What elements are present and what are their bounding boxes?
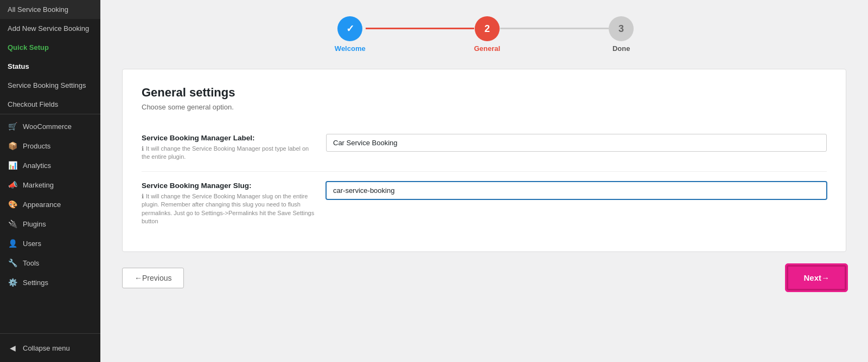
sidebar-label-tools: Tools	[23, 259, 39, 267]
sidebar-link-service-booking-settings[interactable]: Service Booking Settings	[0, 76, 100, 95]
users-icon: 👤	[8, 238, 17, 248]
sidebar-item-products[interactable]: 📦Products	[0, 136, 100, 156]
sidebar-link-checkout-fields[interactable]: Checkout Fields	[0, 95, 100, 114]
sidebar-label-plugins: Plugins	[23, 220, 46, 228]
sidebar-item-marketing[interactable]: 📣Marketing	[0, 175, 100, 195]
woocommerce-icon: 🛒	[8, 121, 17, 131]
marketing-icon: 📣	[8, 180, 17, 190]
step-label-welcome: Welcome	[335, 44, 366, 53]
sidebar-label-settings: Settings	[23, 279, 48, 287]
form-row-slug-field: Service Booking Manager Slug:ℹIt will ch…	[142, 171, 827, 236]
sidebar-link-quick-setup[interactable]: Quick Setup	[0, 38, 100, 57]
info-icon-label-field: ℹ	[142, 145, 144, 152]
sidebar-item-plugins[interactable]: 🔌Plugins	[0, 214, 100, 234]
sidebar-label-analytics: Analytics	[23, 161, 51, 170]
step-line-1	[500, 28, 609, 29]
step-label-general: General	[474, 44, 500, 53]
sidebar-label-products: Products	[23, 142, 50, 150]
collapse-icon: ◀	[8, 343, 17, 353]
sidebar-bottom: ◀ Collapse menu	[0, 333, 100, 362]
form-input-col-slug-field	[326, 182, 827, 199]
form-label-slug-field: Service Booking Manager Slug:	[142, 182, 315, 190]
form-input-col-label-field	[326, 134, 827, 152]
form-hint-label-field: ℹIt will change the Service Booking Mana…	[142, 145, 315, 161]
form-label-col-slug-field: Service Booking Manager Slug:ℹIt will ch…	[142, 182, 326, 226]
sidebar-label-users: Users	[23, 240, 41, 248]
step-line-0	[366, 28, 474, 29]
products-icon: 📦	[8, 141, 17, 151]
sidebar-label-appearance: Appearance	[23, 201, 61, 209]
step-circle-welcome: ✓	[337, 16, 362, 41]
input-label-field[interactable]	[326, 134, 827, 152]
sidebar-main-section: 🛒WooCommerce📦Products📊Analytics📣Marketin…	[0, 114, 100, 294]
tools-icon: 🔧	[8, 258, 17, 268]
step-done: 3Done	[609, 16, 634, 53]
step-label-done: Done	[612, 44, 630, 53]
step-circle-general: 2	[475, 16, 500, 41]
sidebar-item-analytics[interactable]: 📊Analytics	[0, 156, 100, 175]
sidebar-label-marketing: Marketing	[23, 181, 54, 189]
step-general: 2General	[474, 16, 500, 53]
sidebar-item-users[interactable]: 👤Users	[0, 234, 100, 253]
form-row-label-field: Service Booking Manager Label:ℹIt will c…	[142, 124, 827, 171]
general-settings-card: General settings Choose some general opt…	[122, 69, 846, 252]
sidebar: All Service BookingAdd New Service Booki…	[0, 0, 100, 362]
sidebar-item-appearance[interactable]: 🎨Appearance	[0, 195, 100, 214]
step-circle-done: 3	[609, 16, 634, 41]
sidebar-link-add-new-service-booking[interactable]: Add New Service Booking	[0, 19, 100, 38]
info-icon-slug-field: ℹ	[142, 193, 144, 199]
form-label-label-field: Service Booking Manager Label:	[142, 134, 315, 142]
form-hint-slug-field: ℹIt will change the Service Booking Mana…	[142, 192, 315, 226]
settings-icon: ⚙️	[8, 277, 17, 287]
card-subtitle: Choose some general option.	[142, 103, 827, 111]
previous-button[interactable]: ←Previous	[122, 268, 184, 288]
form-label-col-label-field: Service Booking Manager Label:ℹIt will c…	[142, 134, 326, 161]
sidebar-label-woocommerce: WooCommerce	[23, 122, 72, 131]
collapse-menu-label: Collapse menu	[23, 344, 70, 352]
sidebar-item-woocommerce[interactable]: 🛒WooCommerce	[0, 117, 100, 136]
sidebar-item-tools[interactable]: 🔧Tools	[0, 253, 100, 273]
sidebar-item-settings[interactable]: ⚙️Settings	[0, 273, 100, 292]
input-slug-field[interactable]	[326, 182, 827, 199]
sidebar-link-all-service-booking[interactable]: All Service Booking	[0, 0, 100, 19]
appearance-icon: 🎨	[8, 199, 17, 209]
step-welcome: ✓Welcome	[335, 16, 366, 53]
stepper: ✓Welcome2General3Done	[122, 16, 846, 53]
nav-buttons: ←Previous Next→	[122, 265, 846, 290]
collapse-menu-item[interactable]: ◀ Collapse menu	[0, 338, 100, 358]
main-content: ✓Welcome2General3Done General settings C…	[100, 0, 868, 362]
next-button[interactable]: Next→	[787, 265, 846, 290]
analytics-icon: 📊	[8, 160, 17, 170]
card-title: General settings	[142, 86, 827, 100]
plugins-icon: 🔌	[8, 219, 17, 229]
sidebar-top-section: All Service BookingAdd New Service Booki…	[0, 0, 100, 114]
sidebar-link-status[interactable]: Status	[0, 57, 100, 76]
